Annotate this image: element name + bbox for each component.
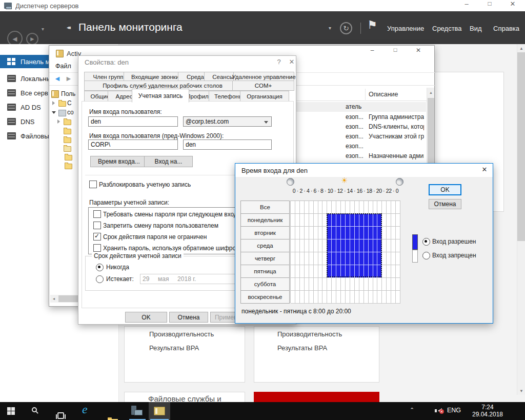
chevron-right-icon[interactable] — [52, 101, 55, 105]
clock[interactable]: 7:24 29.04.2018 — [470, 404, 506, 418]
hour-cell[interactable] — [387, 278, 391, 291]
hours-all-cell[interactable] — [341, 201, 346, 214]
hour-cell[interactable] — [295, 291, 300, 304]
hour-cell[interactable] — [377, 214, 382, 227]
option-checkbox[interactable] — [93, 244, 101, 252]
hour-cell[interactable] — [364, 265, 369, 278]
hours-all-cell[interactable] — [350, 201, 355, 214]
table-row[interactable]: езоп... Группа администратор... — [295, 112, 426, 122]
logon-hours-button[interactable]: Время входа... — [90, 156, 148, 167]
hour-cell[interactable] — [346, 214, 350, 227]
hours-all-cell[interactable] — [295, 201, 300, 214]
hour-cell[interactable] — [327, 265, 332, 278]
hour-cell[interactable] — [291, 278, 295, 291]
hour-cell[interactable] — [391, 214, 396, 227]
close-button[interactable]: ✕ — [502, 0, 523, 11]
hour-cell[interactable] — [369, 291, 373, 304]
hour-cell[interactable] — [291, 239, 295, 252]
hour-cell[interactable] — [309, 278, 314, 291]
logon-denied-radio[interactable] — [422, 252, 430, 259]
hour-cell[interactable] — [387, 227, 391, 239]
scroll-up-icon[interactable]: ▲ — [517, 44, 525, 52]
notifications-caret[interactable]: ▾ — [329, 25, 331, 31]
unlock-account-checkbox[interactable] — [89, 181, 97, 188]
hour-cell[interactable] — [369, 252, 373, 265]
hour-cell[interactable] — [341, 227, 346, 239]
hours-all-cell[interactable] — [346, 201, 350, 214]
hour-cell[interactable] — [382, 265, 387, 278]
ad-menu-file[interactable]: Файл — [55, 63, 71, 70]
hour-cell[interactable] — [387, 214, 391, 227]
search-icon[interactable] — [32, 407, 37, 412]
hour-cell[interactable] — [350, 252, 355, 265]
hour-cell[interactable] — [355, 214, 359, 227]
hours-all-cell[interactable] — [373, 201, 378, 214]
hour-cell[interactable] — [373, 278, 378, 291]
hour-cell[interactable] — [350, 227, 355, 239]
day-button-all[interactable]: Все — [240, 201, 290, 214]
tray-chevron-up-icon[interactable]: ⌃ — [410, 407, 414, 413]
hour-cell[interactable] — [369, 227, 373, 239]
tab-organization[interactable]: Организация — [240, 91, 289, 102]
hour-cell[interactable] — [382, 278, 387, 291]
hour-cell[interactable] — [336, 291, 341, 304]
hour-cell[interactable] — [300, 227, 305, 239]
day-button-saturday[interactable]: суббота — [240, 277, 290, 291]
hour-cell[interactable] — [336, 214, 341, 227]
menu-help[interactable]: Справка — [493, 24, 519, 33]
hour-cell[interactable] — [300, 265, 305, 278]
hour-cell[interactable] — [346, 227, 350, 239]
breadcrumb-collapse-icon[interactable]: ◂◂ — [67, 24, 69, 31]
scroll-left-icon[interactable]: ◄ — [50, 295, 57, 303]
dashboard-scrollbar[interactable]: ▲ ▼ — [517, 44, 525, 395]
hour-cell[interactable] — [322, 265, 327, 278]
option-checkbox[interactable] — [93, 210, 101, 218]
hour-cell[interactable] — [359, 265, 364, 278]
maximize-button[interactable]: □ — [479, 0, 500, 11]
hours-all-cell[interactable] — [396, 201, 400, 214]
hour-cell[interactable] — [300, 278, 305, 291]
hour-cell[interactable] — [396, 227, 400, 239]
start-button[interactable] — [7, 407, 15, 415]
option-checkbox[interactable] — [93, 233, 101, 241]
day-button-thursday[interactable]: четверг — [240, 252, 290, 265]
hour-cell[interactable] — [382, 239, 387, 252]
hour-cell[interactable] — [305, 214, 309, 227]
hour-cell[interactable] — [300, 239, 305, 252]
hour-cell[interactable] — [305, 227, 309, 239]
hour-cell[interactable] — [341, 265, 346, 278]
hour-cell[interactable] — [336, 227, 341, 239]
hour-cell[interactable] — [350, 239, 355, 252]
hour-cell[interactable] — [322, 291, 327, 304]
hour-cell[interactable] — [327, 239, 332, 252]
hour-cell[interactable] — [327, 291, 332, 304]
hour-cell[interactable] — [332, 265, 336, 278]
hour-cell[interactable] — [369, 265, 373, 278]
hour-cell[interactable] — [364, 252, 369, 265]
hour-cell[interactable] — [373, 239, 378, 252]
task-view-icon[interactable] — [57, 412, 64, 419]
bpa-link-1[interactable]: Результаты BPA — [149, 344, 199, 352]
hour-cell[interactable] — [346, 239, 350, 252]
hour-cell[interactable] — [332, 214, 336, 227]
hour-cell[interactable] — [373, 214, 378, 227]
hour-cell[interactable] — [377, 265, 382, 278]
hour-cell[interactable] — [341, 278, 346, 291]
hour-cell[interactable] — [309, 214, 314, 227]
hour-cell[interactable] — [295, 252, 300, 265]
menu-manage[interactable]: Управление — [387, 24, 424, 33]
hour-cell[interactable] — [382, 227, 387, 239]
hour-cell[interactable] — [346, 278, 350, 291]
hour-cell[interactable] — [309, 227, 314, 239]
hour-cell[interactable] — [291, 227, 295, 239]
hour-cell[interactable] — [295, 239, 300, 252]
hour-cell[interactable] — [322, 278, 327, 291]
hour-cell[interactable] — [373, 265, 378, 278]
hour-cell[interactable] — [355, 252, 359, 265]
day-button-wednesday[interactable]: среда — [240, 239, 290, 252]
ad-maximize-button[interactable]: □ — [386, 47, 405, 56]
hour-cell[interactable] — [377, 227, 382, 239]
day-button-sunday[interactable]: воскресенье — [240, 290, 290, 304]
hour-cell[interactable] — [336, 252, 341, 265]
day-button-monday[interactable]: понедельник — [240, 213, 290, 227]
